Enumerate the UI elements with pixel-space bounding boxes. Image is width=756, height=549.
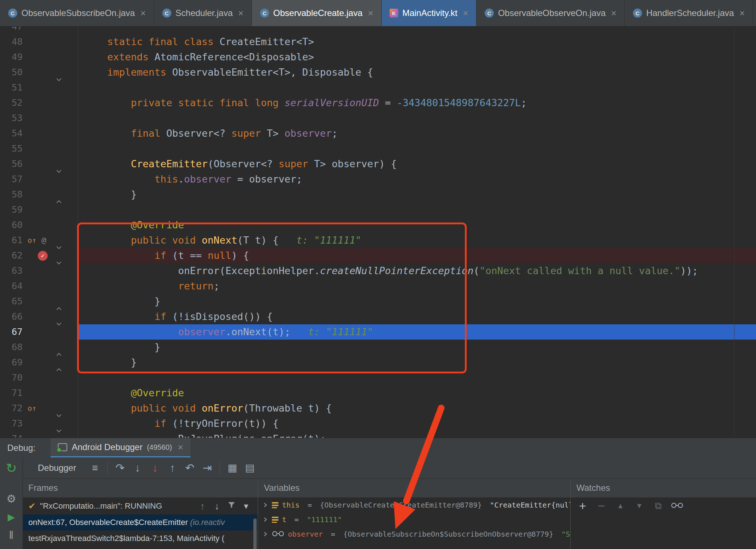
code-text[interactable]: } (78, 187, 756, 202)
execution-line-67[interactable]: 67 observer.onNext(t); t: "111111" (0, 324, 756, 340)
mute-breakpoints-icon[interactable]: ▤ (245, 463, 254, 473)
gutter-line-58[interactable]: 58 (0, 187, 78, 202)
rerun-button[interactable]: ↻ (3, 460, 20, 476)
gutter-line-51[interactable]: 51 (0, 80, 78, 95)
code-line-62[interactable]: 62✓ if (t == null) { (0, 248, 756, 263)
code-line-52[interactable]: 52 private static final long serialVersi… (0, 95, 756, 111)
remove-watch-button[interactable]: − (595, 499, 608, 513)
code-text[interactable] (78, 370, 756, 385)
code-line-59[interactable]: 59 (0, 202, 756, 217)
close-icon[interactable]: × (140, 9, 146, 18)
editor-tab-observablesubscribeon-java[interactable]: CObservableSubscribeOn.java× (0, 0, 154, 26)
code-text[interactable]: } (78, 340, 756, 355)
breakpoint-icon[interactable]: ✓ (38, 251, 48, 261)
override-method-icon[interactable]: o↑ (28, 401, 36, 416)
code-text[interactable] (78, 26, 756, 34)
variable-row-observer[interactable]: observer = {ObservableSubscribeOn$Subscr… (258, 527, 570, 541)
chevron-down-icon[interactable]: ▾ (244, 502, 248, 510)
resume-button[interactable]: ▶ (3, 509, 20, 525)
code-line-58[interactable]: 58 } (0, 187, 756, 202)
code-text[interactable] (78, 141, 756, 156)
code-text[interactable]: CreateEmitter(Observer<? super T> observ… (78, 156, 756, 172)
code-line-54[interactable]: 54 final Observer<? super T> observer; (0, 126, 756, 141)
step-into-icon[interactable]: ↓ (135, 462, 140, 473)
code-text[interactable]: RxJavaPlugins.onError(t); (78, 431, 756, 438)
gutter-line-48[interactable]: 48 (0, 34, 78, 49)
debugger-tab-label[interactable]: Debugger (38, 463, 76, 473)
close-icon[interactable]: × (238, 9, 244, 18)
editor-tab-observable[interactable]: IObservable× (753, 0, 756, 26)
step-over-button[interactable]: ↷ (111, 460, 129, 476)
code-text[interactable]: } (78, 294, 756, 309)
run-to-cursor-button[interactable]: ⇥ (198, 460, 216, 476)
move-up-icon[interactable]: ▲ (617, 502, 624, 509)
thread-selector[interactable]: ✔ "RxComputatio...main": RUNNING ↑↓▾ (23, 498, 258, 514)
code-line-53[interactable]: 53 (0, 111, 756, 126)
code-text[interactable] (78, 111, 756, 126)
code-line-47[interactable]: 47 (0, 26, 756, 34)
view-breakpoints-button[interactable]: ▦ (224, 460, 241, 476)
move-down-icon[interactable]: ▼ (636, 502, 643, 509)
code-text[interactable]: observer.onNext(t); t: "111111" (78, 324, 756, 340)
code-line-70[interactable]: 70 (0, 370, 756, 385)
variable-row-this[interactable]: this = {ObservableCreate$CreateEmitter@8… (258, 498, 570, 512)
code-line-51[interactable]: 51 (0, 80, 756, 95)
gutter-line-67[interactable]: 67 (0, 324, 78, 340)
code-text[interactable]: public void onError(Throwable t) { (78, 401, 756, 416)
move-down-button[interactable]: ▼ (632, 499, 646, 513)
code-line-66[interactable]: 66 if (!isDisposed()) { (0, 309, 756, 324)
code-text[interactable]: onError(ExceptionHelper.createNullPointe… (78, 263, 756, 278)
remove-watch-icon[interactable]: − (598, 500, 605, 512)
next-frame-icon[interactable]: ↓ (215, 501, 220, 511)
resume-icon[interactable]: ▶ (8, 512, 15, 522)
gutter-line-57[interactable]: 57 (0, 172, 78, 187)
code-line-60[interactable]: 60 @Override (0, 217, 756, 233)
duplicate-watch-button[interactable]: ⧉ (651, 499, 665, 513)
gutter-line-50[interactable]: 50 (0, 65, 78, 80)
prev-frame-icon[interactable]: ↑ (200, 501, 205, 511)
step-out-button[interactable]: ↑ (164, 460, 181, 476)
close-icon[interactable]: × (463, 9, 469, 18)
step-into-button[interactable]: ↓ (129, 460, 146, 476)
close-icon[interactable]: × (178, 443, 183, 452)
code-text[interactable]: if (!isDisposed()) { (78, 309, 756, 324)
code-line-50[interactable]: 50 implements ObservableEmitter<T>, Disp… (0, 65, 756, 80)
settings-icon[interactable]: ⚙ (7, 493, 16, 504)
code-line-57[interactable]: 57 this.observer = observer; (0, 172, 756, 187)
stop-button[interactable]: ■ (3, 544, 20, 549)
add-watch-button[interactable]: + (576, 499, 590, 513)
gutter-line-69[interactable]: 69 (0, 355, 78, 370)
code-line-64[interactable]: 64 return; (0, 278, 756, 294)
gutter-line-56[interactable]: 56 (0, 156, 78, 172)
debugger-menu-button[interactable]: ≡ (86, 460, 104, 476)
pause-icon[interactable]: ‖ (9, 530, 13, 541)
code-line-48[interactable]: 48 static final class CreateEmitter<T> (0, 34, 756, 49)
debugger-menu-icon[interactable]: ≡ (92, 463, 98, 473)
code-text[interactable] (78, 202, 756, 217)
scrollbar-thumb[interactable] (253, 518, 257, 549)
gutter-line-70[interactable]: 70 (0, 370, 78, 385)
code-line-71[interactable]: 71 @Override (0, 385, 756, 401)
code-text[interactable]: private static final long serialVersionU… (78, 95, 756, 111)
show-watches-button[interactable] (670, 499, 684, 513)
code-line-74[interactable]: 74 RxJavaPlugins.onError(t); (0, 431, 756, 438)
move-up-button[interactable]: ▲ (614, 499, 627, 513)
gutter-line-73[interactable]: 73 (0, 416, 78, 431)
rerun-icon[interactable]: ↻ (6, 462, 17, 475)
close-icon[interactable]: × (611, 9, 616, 18)
gutter-line-47[interactable]: 47 (0, 26, 78, 34)
code-text[interactable]: extends AtomicReference<Disposable> (78, 49, 756, 65)
gutter-line-49[interactable]: 49 (0, 49, 78, 65)
settings-button[interactable]: ⚙ (3, 491, 20, 507)
expand-chevron-icon[interactable] (262, 502, 268, 508)
expand-chevron-icon[interactable] (262, 517, 268, 522)
gutter-line-72[interactable]: 72o↑ (0, 401, 78, 416)
code-line-73[interactable]: 73 if (!tryOnError(t)) { (0, 416, 756, 431)
next-frame-button[interactable]: ↓ (210, 501, 224, 511)
gutter-line-60[interactable]: 60 (0, 217, 78, 233)
code-text[interactable]: static final class CreateEmitter<T> (78, 34, 756, 49)
code-text[interactable]: implements ObservableEmitter<T>, Disposa… (78, 65, 756, 80)
gutter-line-63[interactable]: 63 (0, 263, 78, 278)
code-line-49[interactable]: 49 extends AtomicReference<Disposable> (0, 49, 756, 65)
code-text[interactable]: this.observer = observer; (78, 172, 756, 187)
